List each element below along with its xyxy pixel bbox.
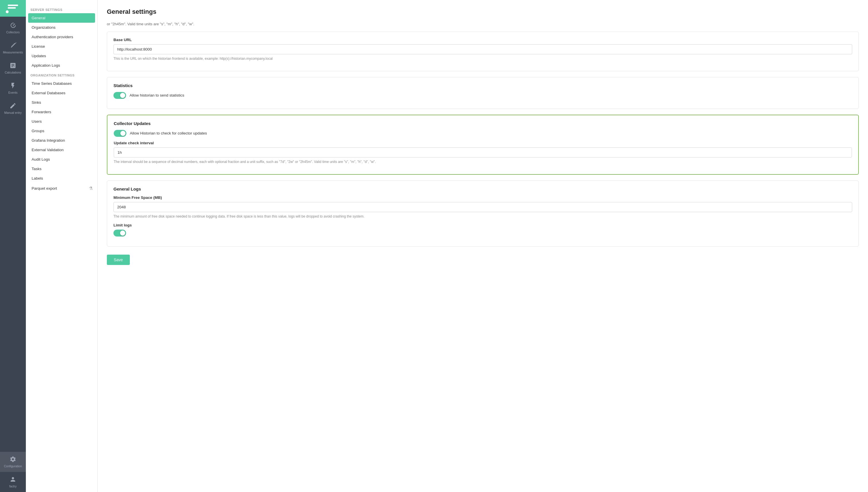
save-button[interactable]: Save [107, 255, 130, 265]
min-free-space-hint: The minimum amount of free disk space ne… [113, 214, 852, 219]
pen-icon [9, 102, 16, 109]
base-url-group: Base URL This is the URL on which the hi… [113, 38, 852, 61]
sidebar-item-audit-logs[interactable]: Audit Logs [26, 155, 97, 164]
logo-bar-top [8, 5, 18, 6]
base-url-hint: This is the URL on which the historian f… [113, 56, 852, 61]
statistics-toggle-label: Allow historian to send statistics [130, 93, 184, 97]
base-url-section: Base URL This is the URL on which the hi… [107, 32, 859, 71]
sidebar-item-tasks[interactable]: Tasks [26, 164, 97, 174]
nav-label-configuration: Configuration [4, 464, 22, 468]
sidebar-item-forwarders[interactable]: Forwarders [26, 107, 97, 117]
statistics-toggle-slider [113, 92, 126, 99]
sidebar-item-grafana[interactable]: Grafana Integration [26, 136, 97, 145]
server-settings-label: SERVER SETTINGS [26, 5, 97, 13]
nav-label-measurements: Measurements [3, 51, 23, 54]
sidebar-item-organizations[interactable]: Organizations [26, 23, 97, 32]
app-logo [0, 0, 26, 17]
sidebar-item-license[interactable]: License [26, 42, 97, 51]
nav-item-events[interactable]: Events [0, 78, 26, 98]
statistics-toggle[interactable] [113, 92, 126, 99]
cog-icon [9, 456, 16, 463]
sidebar-item-users[interactable]: Users [26, 117, 97, 126]
sidebar-item-general[interactable]: General [28, 13, 95, 23]
base-url-label: Base URL [113, 38, 852, 42]
min-free-space-group: Minimum Free Space (MB) The minimum amou… [113, 195, 852, 219]
nav-item-user[interactable]: factry [0, 472, 26, 492]
logo-bar-bottom [8, 7, 16, 9]
sidebar-item-auth-providers[interactable]: Authentication providers [26, 32, 97, 42]
statistics-title: Statistics [113, 83, 852, 88]
collector-updates-title: Collector Updates [114, 121, 852, 126]
limit-logs-toggle[interactable] [113, 230, 126, 237]
sidebar-item-parquet-export[interactable]: Parquet export ⚗ [26, 183, 97, 194]
update-interval-label: Update check interval [114, 141, 852, 145]
nav-label-events: Events [8, 91, 18, 94]
general-logs-section: General Logs Minimum Free Space (MB) The… [107, 180, 859, 247]
update-interval-hint: The interval should be a sequence of dec… [114, 159, 852, 164]
limit-logs-toggle-slider [113, 230, 126, 237]
nav-item-collectors[interactable]: Collectors [0, 18, 26, 38]
nav-label-calculations: Calculations [5, 71, 21, 74]
limit-logs-group: Limit logs [113, 223, 852, 237]
sidebar-item-sinks[interactable]: Sinks [26, 98, 97, 107]
sidebar-item-labels[interactable]: Labels [26, 174, 97, 183]
collector-updates-toggle-label: Allow Historian to check for collector u… [130, 131, 207, 136]
base-url-input[interactable] [113, 44, 852, 54]
nav-item-measurements[interactable]: Measurements [0, 38, 26, 58]
org-settings-label: ORGANIZATION SETTINGS [26, 70, 97, 79]
ruler-icon [9, 42, 16, 49]
collector-updates-toggle-row: Allow Historian to check for collector u… [114, 130, 852, 137]
limit-logs-toggle-row [113, 230, 852, 237]
nav-label-user: factry [9, 485, 17, 488]
nav-item-calculations[interactable]: Calculations [0, 58, 26, 78]
general-logs-title: General Logs [113, 187, 852, 191]
collector-updates-section: Collector Updates Allow Historian to che… [107, 115, 859, 175]
nav-item-configuration[interactable]: Configuration [0, 452, 26, 472]
sidebar-item-groups[interactable]: Groups [26, 126, 97, 136]
logo-bars [8, 5, 18, 9]
content-inner: General settings or "2h45m". Valid time … [98, 0, 868, 492]
sidebar: SERVER SETTINGS General Organizations Au… [26, 0, 98, 492]
icon-nav: Collectors Measurements Calculations Eve… [0, 0, 26, 492]
collector-updates-toggle-slider [114, 130, 126, 137]
logo-dot [6, 10, 9, 13]
sidebar-item-application-logs[interactable]: Application Logs [26, 60, 97, 70]
min-free-space-label: Minimum Free Space (MB) [113, 195, 852, 200]
sidebar-item-external-validation[interactable]: External Validation [26, 145, 97, 155]
calculator-icon [9, 62, 16, 69]
sidebar-item-time-series-db[interactable]: Time Series Databases [26, 79, 97, 88]
nav-item-manual-entry[interactable]: Manual entry [0, 98, 26, 118]
min-free-space-input[interactable] [113, 202, 852, 212]
update-interval-group: Update check interval The interval shoul… [114, 141, 852, 164]
main-content: General settings or "2h45m". Valid time … [98, 0, 868, 492]
nav-label-collectors: Collectors [6, 30, 20, 34]
flask-icon: ⚗ [89, 186, 93, 191]
top-description: or "2h45m". Valid time units are "s", "m… [107, 21, 859, 27]
history-icon [9, 22, 16, 29]
update-interval-input[interactable] [114, 147, 852, 157]
user-cog-icon [9, 476, 16, 483]
sidebar-item-updates[interactable]: Updates [26, 51, 97, 60]
page-title: General settings [107, 8, 859, 16]
sidebar-item-external-db[interactable]: External Databases [26, 88, 97, 98]
statistics-section: Statistics Allow historian to send stati… [107, 77, 859, 109]
limit-logs-label: Limit logs [113, 223, 852, 227]
statistics-toggle-row: Allow historian to send statistics [113, 92, 852, 99]
collector-updates-toggle[interactable] [114, 130, 126, 137]
nav-label-manual-entry: Manual entry [4, 111, 22, 114]
bolt-icon [9, 82, 16, 89]
